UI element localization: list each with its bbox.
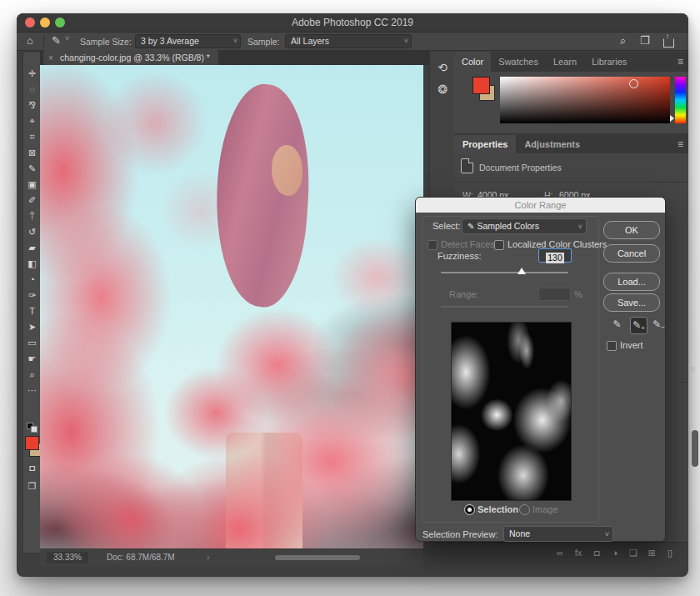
slice-tool[interactable]: ⊠	[23, 145, 41, 161]
history-panel-icon[interactable]: ⟲	[430, 57, 455, 78]
default-colors-icon[interactable]	[27, 423, 38, 431]
brush-tool[interactable]: ✐	[23, 193, 41, 208]
status-bar: 33.33% Doc: 68.7M/68.7M ›	[40, 548, 423, 566]
options-bar: ⌂ ✎ ˅ Sample Size: 3 by 3 Average˅ Sampl…	[17, 33, 688, 51]
marquee-tool[interactable]: ◌	[23, 82, 41, 98]
tab-swatches[interactable]: Swatches	[491, 52, 546, 72]
tab-libraries[interactable]: Libraries	[584, 52, 634, 72]
properties-tab-bar: PropertiesAdjustments ≡	[454, 135, 688, 153]
document-icon	[461, 158, 473, 173]
quick-mask-icon[interactable]: ◘	[23, 463, 41, 473]
fuzziness-slider[interactable]	[441, 272, 568, 273]
panel-menu-icon[interactable]: ≡	[678, 56, 683, 68]
eyedropper-tool-icon[interactable]: ✎	[52, 34, 61, 47]
quick-selection-tool[interactable]: ⌖	[23, 113, 41, 129]
color-field-marker[interactable]	[629, 79, 638, 88]
chevron-down-icon: ˅	[578, 220, 582, 234]
invert-label: Invert	[620, 340, 643, 350]
hue-marker-icon[interactable]	[670, 115, 674, 122]
invert-checkbox[interactable]	[607, 341, 617, 351]
divider	[454, 182, 688, 183]
detect-faces-label: Detect Faces	[441, 239, 495, 249]
zoom-tool[interactable]: ⌕	[23, 367, 41, 383]
select-dropdown[interactable]: ✎Sampled Colors˅	[462, 218, 587, 234]
range-slider	[441, 306, 568, 308]
tab-learn[interactable]: Learn	[546, 52, 584, 72]
foreground-color-swatch[interactable]	[472, 77, 490, 94]
type-tool[interactable]: T	[23, 303, 41, 319]
eyedropper-tool[interactable]: ✎	[23, 161, 41, 177]
move-tool[interactable]: ✛	[23, 66, 41, 82]
layer-group-icon[interactable]: ❏	[624, 543, 642, 562]
cancel-button[interactable]: Cancel	[603, 244, 660, 263]
collapsed-icon-list: ⟲❂	[430, 52, 455, 100]
crop-tool[interactable]: ⌗	[23, 129, 41, 145]
edit-toolbar[interactable]: ⋯	[23, 383, 41, 398]
properties-tab-list: PropertiesAdjustments	[454, 136, 588, 150]
chevron-down-icon[interactable]: ˅	[65, 34, 69, 43]
new-layer-icon[interactable]: ⊞	[642, 543, 661, 562]
ok-button[interactable]: OK	[603, 221, 660, 239]
pen-tool[interactable]: ✑	[23, 288, 41, 303]
horizontal-scrollbar[interactable]	[275, 555, 360, 560]
hand-tool[interactable]: ☛	[23, 351, 41, 367]
search-icon[interactable]: ⌕	[620, 34, 626, 48]
load-button[interactable]: Load...	[603, 273, 660, 291]
range-field[interactable]	[538, 288, 571, 301]
link-layers-icon[interactable]: ∞	[551, 543, 569, 562]
tab-color[interactable]: Color	[454, 52, 491, 72]
share-icon[interactable]	[663, 38, 674, 48]
layer-effects-icon[interactable]: fx	[569, 543, 588, 562]
chevron-down-icon: ˅	[233, 35, 238, 48]
layers-panel-footer: ∞fx◘◑❏⊞▯	[429, 542, 688, 563]
gradient-tool[interactable]: ◧	[23, 256, 41, 272]
zoom-level-field[interactable]: 33.33%	[47, 552, 88, 563]
save-button[interactable]: Save...	[603, 293, 660, 312]
delete-layer-icon[interactable]: ▯	[661, 543, 679, 562]
selection-preview-dropdown[interactable]: None˅	[503, 526, 613, 542]
status-chevron-icon[interactable]: ›	[207, 549, 209, 566]
eraser-tool[interactable]: ▰	[23, 240, 41, 256]
shape-tool[interactable]: ▭	[23, 335, 41, 351]
close-tab-icon[interactable]: ×	[48, 50, 53, 65]
healing-brush-tool[interactable]: ▣	[23, 177, 41, 193]
panel-menu-icon[interactable]: ≡	[678, 138, 683, 150]
selection-radio[interactable]	[464, 504, 475, 515]
panel-menu-icon[interactable]: ≡	[689, 363, 695, 375]
selection-preview-label: Selection Preview:	[422, 529, 498, 539]
sample-size-dropdown[interactable]: 3 by 3 Average˅	[135, 34, 241, 48]
tool-palette: ✛◌⅋⌖⌗⊠✎▣✐⍑↺▰◧◔✑T➤▭☛⌕⋯ ◘ ❐	[22, 52, 42, 553]
dialog-title: Color Range	[416, 198, 665, 213]
home-icon[interactable]: ⌂	[27, 34, 33, 47]
lasso-tool[interactable]: ⅋	[23, 98, 41, 113]
image-radio[interactable]	[519, 504, 530, 515]
path-selection-tool[interactable]: ➤	[23, 319, 41, 335]
hue-strip[interactable]	[675, 77, 686, 123]
sample-eyedropper[interactable]: ✎	[609, 317, 625, 333]
dodge-tool[interactable]: ◔	[23, 272, 41, 288]
select-label: Select:	[432, 221, 461, 231]
adjustment-layer-icon[interactable]: ◑	[606, 543, 624, 562]
sample-dropdown[interactable]: All Layers˅	[285, 34, 412, 48]
sample-size-label: Sample Size:	[80, 37, 132, 47]
add-to-sample-eyedropper[interactable]: ✎+	[630, 317, 648, 334]
layer-mask-icon[interactable]: ◘	[588, 543, 606, 562]
fuzziness-slider-thumb[interactable]	[518, 268, 526, 274]
saturation-field[interactable]	[500, 77, 670, 123]
foreground-color-swatch[interactable]	[25, 436, 39, 450]
subtract-from-sample-eyedropper[interactable]: ✎−	[651, 317, 667, 333]
chevron-down-icon: ˅	[404, 35, 408, 48]
history-brush-tool[interactable]: ↺	[23, 224, 41, 240]
detect-faces-checkbox[interactable]	[428, 240, 438, 250]
tab-properties[interactable]: Properties	[454, 135, 516, 153]
screen-mode-icon[interactable]: ❐	[23, 481, 41, 492]
panel-scrollbar[interactable]	[692, 430, 698, 467]
clone-stamp-tool[interactable]: ⍑	[23, 208, 41, 224]
document-tab[interactable]: × changing-color.jpg @ 33.3% (RGB/8) *	[43, 50, 218, 65]
workspace-icon[interactable]: ❐	[640, 34, 650, 47]
fuzziness-field[interactable]: 130	[538, 248, 572, 263]
document-canvas[interactable]	[40, 65, 423, 548]
tab-adjustments[interactable]: Adjustments	[516, 135, 588, 153]
adjustments-panel-icon[interactable]: ❂	[430, 78, 455, 100]
localized-clusters-checkbox[interactable]	[494, 240, 504, 250]
